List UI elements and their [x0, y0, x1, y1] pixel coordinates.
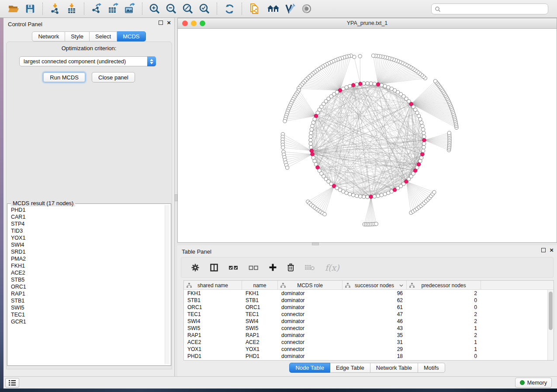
- network-node[interactable]: [419, 117, 422, 121]
- network-node[interactable]: [383, 84, 387, 88]
- network-node[interactable]: [309, 142, 312, 145]
- network-node[interactable]: [310, 128, 313, 131]
- network-node[interactable]: [309, 145, 313, 149]
- mcds-result-item[interactable]: STB1: [11, 297, 164, 304]
- delete-button[interactable]: [287, 263, 294, 272]
- network-node[interactable]: [420, 156, 423, 159]
- network-node[interactable]: [352, 193, 355, 197]
- network-node[interactable]: [422, 135, 426, 138]
- network-node[interactable]: [387, 86, 390, 89]
- network-node[interactable]: [311, 121, 315, 124]
- network-node[interactable]: [323, 213, 326, 216]
- add-row-button[interactable]: [269, 263, 277, 272]
- network-node[interactable]: [311, 156, 315, 159]
- network-node[interactable]: [373, 195, 376, 198]
- mcds-result-item[interactable]: STP4: [11, 220, 164, 227]
- float-panel-icon[interactable]: [541, 248, 546, 252]
- network-node[interactable]: [422, 145, 426, 149]
- mcds-result-item[interactable]: STB5: [11, 276, 164, 283]
- network-node[interactable]: [309, 138, 312, 142]
- mcds-result-item[interactable]: SWI4: [11, 241, 164, 248]
- mcds-result-item[interactable]: FKH1: [11, 262, 164, 269]
- network-hub-node[interactable]: [421, 152, 425, 156]
- network-node[interactable]: [369, 82, 373, 85]
- mcds-result-item[interactable]: PHD1: [11, 206, 164, 213]
- zoom-out-button[interactable]: [163, 1, 180, 16]
- network-node[interactable]: [373, 82, 376, 86]
- network-node[interactable]: [422, 131, 426, 135]
- network-node[interactable]: [362, 82, 366, 85]
- mcds-result-item[interactable]: ORC1: [11, 283, 164, 290]
- table-row[interactable]: YOX1YOX1connector291: [184, 346, 554, 353]
- task-history-button[interactable]: [5, 378, 19, 388]
- network-node[interactable]: [421, 124, 424, 128]
- tab-network[interactable]: Network: [32, 31, 65, 41]
- network-node[interactable]: [380, 193, 383, 197]
- network-node[interactable]: [422, 142, 426, 145]
- network-node[interactable]: [309, 131, 313, 135]
- column-header-successor-nodes[interactable]: successor nodes: [343, 281, 407, 290]
- network-hub-node[interactable]: [310, 149, 314, 153]
- table-row[interactable]: SWI4SWI4dominator462: [184, 318, 554, 325]
- network-node[interactable]: [371, 54, 375, 57]
- network-node[interactable]: [311, 124, 314, 128]
- network-node[interactable]: [390, 87, 393, 90]
- mcds-list-scrollbar[interactable]: [165, 205, 170, 364]
- import-table-button[interactable]: [63, 1, 80, 16]
- scrollbar-thumb[interactable]: [549, 292, 553, 330]
- table-row[interactable]: PHD1PHD1dominator180: [184, 353, 554, 360]
- mcds-result-item[interactable]: RAP1: [11, 290, 164, 297]
- save-button[interactable]: [22, 1, 38, 16]
- mcds-result-item[interactable]: PMA2: [11, 255, 164, 262]
- network-node[interactable]: [355, 83, 359, 86]
- tab-network-table[interactable]: Network Table: [370, 363, 418, 373]
- network-node[interactable]: [313, 159, 316, 163]
- network-node[interactable]: [383, 193, 387, 196]
- network-hub-node[interactable]: [358, 82, 362, 86]
- zoom-selected-button[interactable]: [196, 1, 213, 16]
- houses-button[interactable]: [265, 1, 282, 16]
- close-panel-icon[interactable]: ×: [550, 248, 554, 252]
- select-all-button[interactable]: [228, 264, 239, 271]
- table-row[interactable]: SWI5SWI5connector431: [184, 325, 554, 332]
- network-node[interactable]: [355, 194, 359, 198]
- network-node[interactable]: [380, 83, 383, 87]
- optimization-criterion-dropdown[interactable]: largest connected component (undirected): [19, 56, 156, 66]
- tab-style[interactable]: Style: [65, 31, 90, 41]
- mcds-result-item[interactable]: TID3: [11, 227, 164, 234]
- network-hub-node[interactable]: [369, 195, 373, 199]
- network-node[interactable]: [433, 79, 437, 83]
- network-node[interactable]: [345, 86, 348, 89]
- search-input[interactable]: [443, 6, 548, 12]
- zoom-fit-button[interactable]: [180, 1, 196, 16]
- network-node[interactable]: [283, 119, 287, 123]
- network-node[interactable]: [342, 190, 345, 193]
- memory-button[interactable]: Memory: [515, 378, 552, 388]
- network-node[interactable]: [309, 135, 312, 138]
- column-layout-button[interactable]: [210, 263, 218, 272]
- mcds-result-item[interactable]: TEC1: [11, 311, 164, 318]
- network-node[interactable]: [376, 194, 380, 198]
- float-panel-icon[interactable]: [159, 21, 163, 25]
- table-row[interactable]: ACE2ACE2connector311: [184, 339, 554, 346]
- network-node[interactable]: [348, 193, 352, 196]
- column-header-name[interactable]: name: [242, 281, 278, 290]
- close-panel-icon[interactable]: ×: [167, 21, 171, 25]
- network-node[interactable]: [359, 195, 362, 198]
- mcds-result-item[interactable]: YOX1: [11, 234, 164, 241]
- network-node[interactable]: [432, 190, 436, 194]
- tab-mcds[interactable]: MCDS: [117, 31, 145, 41]
- network-node[interactable]: [313, 117, 316, 121]
- import-network-button[interactable]: [47, 1, 63, 16]
- column-header-mcds-role[interactable]: MCDS role: [278, 281, 343, 290]
- network-hub-node[interactable]: [376, 83, 380, 86]
- network-node[interactable]: [348, 84, 352, 88]
- deselect-all-button[interactable]: [249, 264, 259, 271]
- table-row[interactable]: STB1STB1dominator620: [184, 297, 554, 304]
- table-row[interactable]: RAP1RAP1dominator352: [184, 332, 554, 339]
- network-node[interactable]: [285, 166, 289, 169]
- mcds-result-item[interactable]: ACE2: [11, 269, 164, 276]
- network-hub-node[interactable]: [351, 83, 355, 87]
- close-panel-button[interactable]: Close panel: [92, 72, 135, 83]
- mcds-result-item[interactable]: GCR1: [11, 318, 164, 325]
